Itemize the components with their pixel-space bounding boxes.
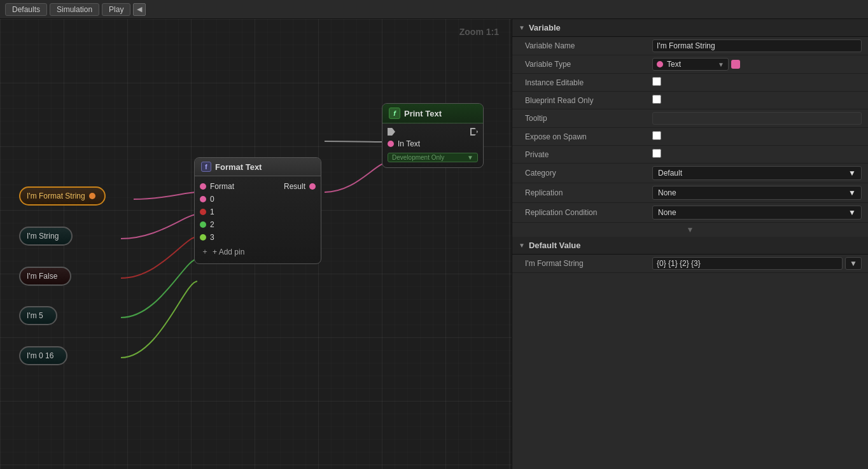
variable-section-title: Variable xyxy=(529,23,561,32)
type-array-toggle[interactable] xyxy=(731,60,740,69)
five-var-content: I'm 5 xyxy=(19,306,57,325)
pin-2-row: 2 xyxy=(195,218,321,231)
format-string-var-content: I'm Format String xyxy=(19,186,106,206)
type-color-dot xyxy=(657,61,663,67)
print-text-title: Print Text xyxy=(404,109,442,118)
exec-output-pin[interactable] xyxy=(470,128,478,136)
string-var-node[interactable]: I'm String xyxy=(19,227,73,246)
format-string-var-node[interactable]: I'm Format String xyxy=(19,186,106,206)
variable-type-row: Variable Type Text ▼ xyxy=(512,55,868,74)
default-value-input-wrapper: ▼ xyxy=(652,257,862,270)
tooltip-input[interactable] xyxy=(652,112,862,125)
variable-name-input[interactable] xyxy=(652,39,862,52)
five-var-node[interactable]: I'm 5 xyxy=(19,306,57,325)
pin-3-label: 3 xyxy=(210,233,214,242)
five-var-label: I'm 5 xyxy=(27,311,43,320)
private-value xyxy=(652,149,862,160)
print-text-node[interactable]: f Print Text In Text xyxy=(382,103,484,168)
exec-input-pin[interactable] xyxy=(388,128,395,136)
pin-2-input[interactable] xyxy=(200,221,206,228)
format-text-body: Format Result 0 xyxy=(195,176,321,263)
expose-on-spawn-value xyxy=(652,131,862,142)
replication-dropdown[interactable]: None ▼ xyxy=(652,186,862,200)
section-collapse-button[interactable]: ▼ xyxy=(512,223,868,237)
format-text-header: f Format Text xyxy=(195,158,321,176)
play-button[interactable]: Play xyxy=(102,3,130,16)
type-dropdown-chevron: ▼ xyxy=(718,61,724,68)
defaults-button[interactable]: Defaults xyxy=(5,3,47,16)
replication-row: Replication None ▼ xyxy=(512,183,868,203)
zero16-var-content: I'm 0 16 xyxy=(19,346,67,365)
default-value-triangle: ▼ xyxy=(519,242,525,249)
pin-0-input[interactable] xyxy=(200,196,206,202)
in-text-input-pin[interactable] xyxy=(388,141,394,147)
result-output-pin[interactable] xyxy=(309,183,316,190)
expose-on-spawn-checkbox[interactable] xyxy=(652,131,661,140)
blueprint-canvas[interactable]: Zoom 1:1 I'm Format String xyxy=(0,19,512,469)
pin-3-input[interactable] xyxy=(200,234,206,241)
result-pin-label: Result xyxy=(284,182,305,191)
pin-1-row: 1 xyxy=(195,206,321,218)
category-value: Default ▼ xyxy=(652,166,862,180)
default-value-label: I'm Format String xyxy=(525,259,652,268)
default-value-section-header: ▼ Default Value xyxy=(512,237,868,255)
replication-condition-text: None xyxy=(658,208,676,217)
private-checkbox[interactable] xyxy=(652,149,661,158)
expose-on-spawn-row: Expose on Spawn xyxy=(512,128,868,146)
variable-name-value[interactable] xyxy=(652,39,862,52)
variable-name-row: Variable Name xyxy=(512,37,868,55)
default-value-expand-button[interactable]: ▼ xyxy=(845,257,862,270)
dev-only-label: Development Only xyxy=(392,154,444,161)
category-dropdown[interactable]: Default ▼ xyxy=(652,166,862,180)
format-pin-label: Format xyxy=(210,182,234,191)
variable-type-dropdown[interactable]: Text ▼ xyxy=(652,58,729,71)
replication-text: None xyxy=(658,188,676,197)
default-value-input[interactable] xyxy=(652,257,843,270)
tooltip-row: Tooltip xyxy=(512,109,868,128)
tooltip-label: Tooltip xyxy=(525,114,652,123)
print-text-body: In Text Development Only ▼ xyxy=(382,123,483,167)
category-chevron: ▼ xyxy=(848,169,856,178)
collapse-arrow-icon: ▼ xyxy=(687,225,694,234)
variable-section-header: ▼ Variable xyxy=(512,19,868,37)
format-text-icon: f xyxy=(201,162,211,172)
add-pin-button[interactable]: ＋ + Add pin xyxy=(195,244,321,260)
replication-condition-chevron: ▼ xyxy=(848,208,856,217)
collapse-button[interactable]: ◀ xyxy=(133,3,146,16)
blueprint-read-only-checkbox[interactable] xyxy=(652,95,661,104)
blueprint-read-only-label: Blueprint Read Only xyxy=(525,96,652,105)
zoom-label: Zoom 1:1 xyxy=(459,27,499,37)
pin-0-label: 0 xyxy=(210,195,214,204)
replication-chevron: ▼ xyxy=(848,188,856,197)
add-pin-label: + Add pin xyxy=(213,248,244,256)
format-text-title: Format Text xyxy=(215,162,262,172)
simulation-button[interactable]: Simulation xyxy=(50,3,99,16)
replication-label: Replication xyxy=(525,188,652,197)
toolbar: Defaults Simulation Play ◀ xyxy=(0,0,868,19)
replication-condition-value: None ▼ xyxy=(652,206,862,220)
private-label: Private xyxy=(525,150,652,159)
print-text-icon: f xyxy=(389,108,400,119)
format-string-output-pin[interactable] xyxy=(89,193,95,199)
replication-condition-label: Replication Condition xyxy=(525,208,652,217)
instance-editable-checkbox[interactable] xyxy=(652,77,661,86)
blueprint-read-only-row: Blueprint Read Only xyxy=(512,92,868,109)
variable-section-triangle: ▼ xyxy=(519,24,525,31)
format-text-node[interactable]: f Format Text Format Result xyxy=(194,157,321,264)
pin-2-label: 2 xyxy=(210,220,214,229)
pin-1-input[interactable] xyxy=(200,209,206,215)
replication-condition-row: Replication Condition None ▼ xyxy=(512,203,868,223)
format-input-pin[interactable] xyxy=(200,183,206,190)
replication-condition-dropdown[interactable]: None ▼ xyxy=(652,206,862,220)
tooltip-value[interactable] xyxy=(652,112,862,125)
variable-type-text: Text xyxy=(667,60,681,69)
false-var-content: I'm False xyxy=(19,267,71,286)
format-string-var-label: I'm Format String xyxy=(27,192,85,200)
variable-type-value: Text ▼ xyxy=(652,58,862,71)
zero16-var-label: I'm 0 16 xyxy=(27,351,53,360)
private-row: Private xyxy=(512,146,868,164)
main-content: Zoom 1:1 I'm Format String xyxy=(0,19,868,469)
false-var-node[interactable]: I'm False xyxy=(19,267,71,286)
zero16-var-node[interactable]: I'm 0 16 xyxy=(19,346,67,365)
exec-pin-row xyxy=(382,126,483,137)
